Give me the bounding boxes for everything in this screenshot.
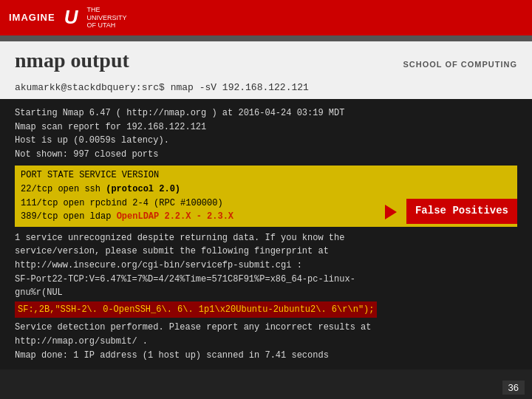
after-line7: Service detection performed. Please repo… (15, 321, 517, 335)
output-line3: Host is up (0.0059s latency). (15, 134, 517, 148)
output-line2: Nmap scan report for 192.168.122.121 (15, 120, 517, 134)
content-area: Starting Nmap 6.47 ( http://nmap.org ) a… (0, 99, 532, 369)
logo-university: THE UNIVERSITY OF UTAH (86, 6, 126, 30)
port-table-block: PORT STATE SERVICE VERSION 22/tcp open s… (15, 166, 517, 226)
after-line5: gnu%r(NUL (15, 286, 517, 300)
row1-bold: (protocol 2.0) (106, 184, 180, 194)
output-line4: Not shown: 997 closed ports (15, 148, 517, 162)
output-line1: Starting Nmap 6.47 ( http://nmap.org ) a… (15, 106, 517, 120)
after-line9: Nmap done: 1 IP address (1 host up) scan… (15, 349, 517, 363)
subtitle-bar (0, 35, 532, 41)
table-row-ssh: 22/tcp open ssh (protocol 2.0) (21, 183, 511, 197)
title-area: nmap output SCHOOL OF COMPUTING (0, 41, 532, 77)
page-number: 36 (502, 381, 525, 395)
page-title: nmap output (15, 49, 129, 72)
logo-area: IMAGINE U THE UNIVERSITY OF UTAH (9, 6, 126, 30)
after-line4: SF-Port22-TCP:V=6.47%I=7%D=4/24%Time=571… (15, 273, 517, 287)
after-line3: http://www.insecure.org/cgi-bin/servicef… (15, 259, 517, 273)
table-row-ldap-container: 389/tcp open ldap OpenLDAP 2.2.X - 2.3.X… (21, 210, 511, 224)
logo-imagine: IMAGINE (9, 13, 55, 23)
after-line8: http://nmap.org/submit/ . (15, 335, 517, 349)
after-line2: service/version, please submit the follo… (15, 245, 517, 259)
command-area: akumarkk@stackdbquery:src$ nmap -sV 192.… (0, 77, 532, 99)
false-positives-arrow (385, 205, 397, 219)
header-bar: IMAGINE U THE UNIVERSITY OF UTAH (0, 0, 532, 35)
openldap-version: OpenLDAP 2.2.X - 2.3.X (117, 211, 233, 222)
red-highlight-line: SF:,2B,"SSH-2\. 0-OpenSSH_6\. 6\. 1p1\x2… (15, 301, 377, 318)
false-positives-label: False Positives (406, 199, 517, 224)
school-label: SCHOOL OF COMPUTING (403, 60, 517, 69)
command-text: akumarkk@stackdbquery:src$ nmap -sV 192.… (15, 82, 309, 93)
logo-u: U (64, 6, 78, 29)
after-line1: 1 service unrecognized despite returning… (15, 231, 517, 245)
table-header: PORT STATE SERVICE VERSION (21, 168, 511, 183)
table-row-ldap: 389/tcp open ldap OpenLDAP 2.2.X - 2.3.X (21, 210, 233, 224)
